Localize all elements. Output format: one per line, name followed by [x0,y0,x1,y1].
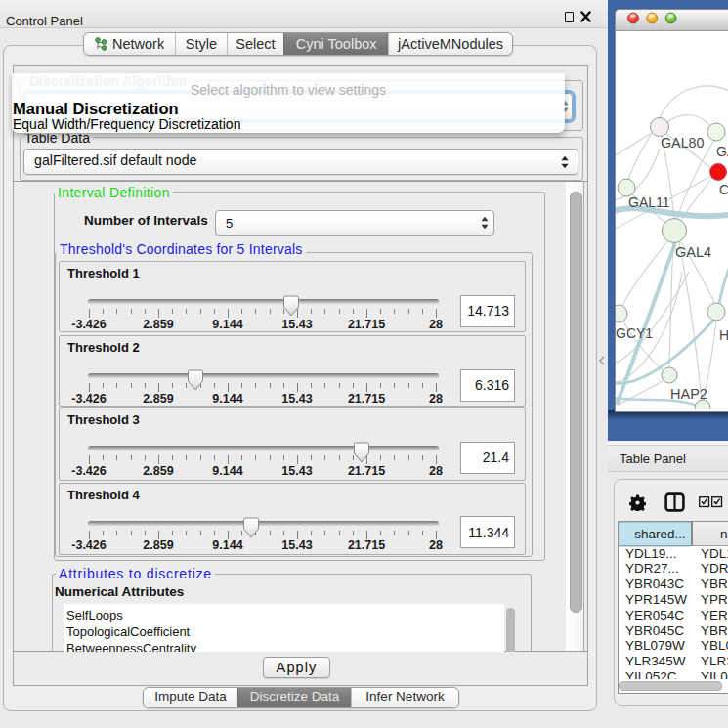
svg-text:GCY1: GCY1 [616,325,653,341]
svg-text:GAL80: GAL80 [661,135,705,150]
svg-text:GAL4: GAL4 [675,244,711,260]
svg-text:GAL7: GAL7 [716,144,728,159]
svg-text:GAL11: GAL11 [628,194,670,210]
svg-text:C: C [719,182,728,197]
svg-text:HAP2: HAP2 [670,386,707,402]
svg-text:HIS7: HIS7 [719,327,728,343]
